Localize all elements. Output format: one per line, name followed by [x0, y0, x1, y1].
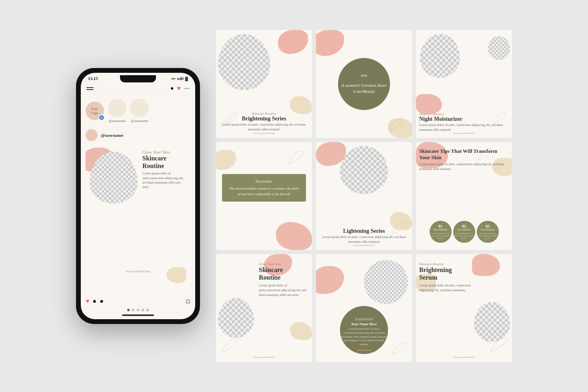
card1-blob-pink	[278, 30, 308, 54]
card8-script: Testimonial	[341, 317, 387, 321]
step1-num: 01	[438, 224, 442, 228]
story-label-3: @username	[131, 119, 148, 123]
author-name: @username	[101, 133, 123, 138]
post-text-area: Glow Your Skin SkincareRoutine Lorem ips…	[142, 150, 186, 189]
heart-icon[interactable]: ♥	[177, 85, 181, 92]
story-add-icon: +	[98, 114, 105, 121]
step-3: 03 Your Headline Lorem ipsum dolor sit a…	[477, 221, 499, 243]
post-title: SkincareRoutine	[142, 154, 186, 170]
card5-body: Lorem ipsum dolor sit amet, consectetur …	[319, 235, 409, 244]
card8-testimonial-content: Testimonial Your Name Here Lorem ipsum d…	[341, 317, 387, 352]
author-avatar	[86, 129, 98, 141]
card7-body: Lorem ipsum dolor sit amet,consectetur a…	[259, 283, 309, 298]
card1-text: Skincare Routine Brightening Series Lore…	[218, 112, 310, 132]
card6-text: Skincare Tips That Will Transform Your S…	[419, 148, 509, 172]
step2-num: 02	[462, 224, 466, 228]
step3-label: Your Headline	[481, 228, 495, 231]
card4-reminder-text: The most beautiful woman is a woman who …	[227, 186, 301, 197]
card6-body: Lorem ipsum dolor sit amet, consectetuer…	[419, 162, 509, 172]
more-icon[interactable]: ⋯	[184, 85, 190, 92]
status-time: 13.15	[88, 76, 98, 81]
post-actions: ♥ ● ● ⊡	[81, 295, 195, 307]
story-item-2[interactable]: @username	[108, 99, 126, 123]
like-button[interactable]: ♥	[86, 298, 90, 305]
card4-blob-pink	[276, 222, 312, 250]
card-skincare-routine-2: Glow Your Skin SkincareRoutine Lorem ips…	[216, 254, 312, 362]
nav-dot-3	[137, 309, 139, 311]
post-body: Lorem ipsum dolor sit amet,consectetur a…	[142, 171, 186, 189]
action-left: ♥ ● ●	[86, 298, 104, 305]
circle-icon: ●	[170, 85, 174, 92]
phone-mockup: 13.15 ▪▪▪ wifi ▓ ● ♥ ⋯ YourLogo +	[76, 68, 200, 324]
card2-quote-text: A women's Greatest Asset is herBeauty	[340, 82, 388, 95]
nav-icons: ● ♥ ⋯	[170, 85, 190, 92]
post-url: www.yourweb.here	[86, 270, 190, 273]
steps-row: 01 Your Headline Lorem ipsum dolor sit a…	[418, 221, 510, 243]
card3-body: Lorem ipsum dolor sit amet, consectetur …	[419, 123, 509, 132]
status-icons: ▪▪▪ wifi ▓	[171, 76, 188, 81]
card4-blob-cream	[216, 150, 236, 170]
step1-label: Your Headline	[434, 228, 448, 231]
card5-url: www.yourweb.here	[316, 244, 412, 247]
step1-body: Lorem ipsum dolor sit amet, consectetur …	[430, 232, 452, 240]
story-circle-1: YourLogo +	[86, 102, 104, 120]
bookmark-icon[interactable]: ⊡	[186, 298, 190, 305]
step-1: 01 Your Headline Lorem ipsum dolor sit a…	[430, 221, 452, 243]
hamburger-icon[interactable]	[86, 87, 94, 90]
card9-body: Lorem ipsum dolor sit amet, consectetur …	[419, 283, 473, 293]
card5-text: Lightening Series Lorem ipsum dolor sit …	[319, 228, 409, 244]
story-circle-2	[108, 99, 126, 117]
card7-url: www.yourweb.here	[216, 356, 312, 359]
step3-body: Lorem ipsum dolor sit amet, consectetur …	[477, 232, 499, 240]
card3-image-small	[488, 36, 510, 60]
nav-dots	[81, 307, 195, 313]
card8-image	[364, 260, 408, 304]
card7-blob-cream	[290, 322, 312, 340]
phone-notch	[120, 75, 156, 82]
wifi-icon: wifi	[177, 76, 184, 81]
card1-url: www.yourweb.here	[216, 132, 312, 135]
card7-title: SkincareRoutine	[259, 266, 309, 281]
nav-dot-2	[132, 309, 134, 311]
phone-nav-bar: ● ♥ ⋯	[81, 82, 195, 95]
stories-row: YourLogo + @username @username	[81, 95, 195, 127]
post-author-row: @username	[81, 127, 195, 144]
card8-text: Lorem ipsum dolor sit amet, consectetuer…	[341, 327, 387, 347]
nav-dot-5	[146, 309, 149, 311]
your-logo-text: YourLogo	[91, 107, 99, 115]
card-reminder: Reminder The most beautiful woman is a w…	[216, 142, 312, 250]
card8-stars: ★★★★★	[341, 348, 387, 352]
card3-blob-pink	[416, 94, 442, 114]
card-brightening-series: Skincare Routine Brightening Series Lore…	[216, 30, 312, 138]
card9-leaf	[486, 330, 512, 356]
card-quote: ““ A women's Greatest Asset is herBeauty	[316, 30, 412, 138]
card1-image	[218, 34, 270, 90]
card8-name: Your Name Here	[341, 322, 387, 326]
battery-icon: ▓	[185, 76, 188, 81]
card2-quote-mark: ““	[340, 74, 388, 81]
card7-leaf	[218, 332, 242, 356]
story-label-2: @username	[109, 119, 126, 123]
home-indicator	[122, 314, 154, 316]
card9-url: www.yourweb.here	[416, 356, 512, 359]
card9-blob-pink	[472, 254, 500, 276]
card7-text: Glow Your Skin SkincareRoutine Lorem ips…	[259, 262, 309, 298]
nav-dot-4	[142, 309, 144, 311]
card3-title: Night Moisturizer	[419, 116, 509, 123]
card4-reminder-box: Reminder The most beautiful woman is a w…	[222, 174, 306, 202]
cards-grid: Skincare Routine Brightening Series Lore…	[216, 30, 512, 362]
share-icon[interactable]: ●	[100, 298, 104, 305]
nav-dot-1	[127, 309, 130, 311]
story-item-3[interactable]: @username	[130, 99, 149, 123]
card1-script: Skincare Routine	[218, 112, 310, 116]
card2-quote-content: ““ A women's Greatest Asset is herBeauty	[340, 74, 388, 95]
card9-text: Skincare Routine BrighteningSerum Lorem …	[419, 262, 473, 293]
card4-reminder-title: Reminder	[227, 179, 301, 184]
story-item-1[interactable]: YourLogo +	[86, 102, 104, 120]
card-night-moisturizer: Skincare Routine Night Moisturizer Lorem…	[416, 30, 512, 138]
post-script: Glow Your Skin	[142, 150, 186, 154]
comment-icon[interactable]: ●	[93, 298, 97, 305]
card8-leaf	[388, 336, 410, 358]
card-skincare-tips: Skincare Tips That Will Transform Your S…	[416, 142, 512, 250]
card2-blob-pink	[316, 30, 344, 56]
